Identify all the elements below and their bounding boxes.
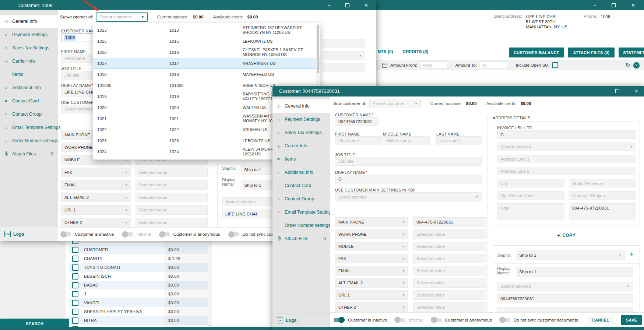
dropdown-row[interactable]: 1018 1018 MAYERFELD US — [93, 69, 320, 80]
phone-type-select[interactable]: WORK PHONE — [335, 229, 408, 239]
row-checkbox[interactable] — [72, 291, 78, 297]
row-checkbox[interactable] — [72, 247, 78, 253]
sidebar-item[interactable]: = Order Number settings — [272, 219, 330, 232]
ship-address-value[interactable]: 00447597220031 — [497, 294, 633, 303]
action-button[interactable]: CUSTOMER BALANCE — [509, 48, 564, 57]
add-ship-to-icon[interactable] — [630, 250, 634, 258]
sidebar-item[interactable]: ○ Payment Settings — [272, 113, 330, 126]
window1-titlebar[interactable]: Customer: 1008 − ✕ — [0, 0, 376, 10]
window1-minimize-icon[interactable]: − — [328, 3, 331, 8]
sidebar-item[interactable]: Attach Files 0 — [272, 232, 330, 245]
table-row[interactable]: TOYS 4 U DONATI $0.00 — [69, 263, 212, 272]
row-checkbox[interactable] — [72, 273, 78, 280]
sidebar-item[interactable]: = Order Number settings — [0, 134, 58, 147]
phone-value-input[interactable]: Selected value — [136, 205, 208, 215]
sidebar-item[interactable]: = Contact Card — [0, 94, 58, 108]
address-field-partial[interactable] — [322, 51, 365, 60]
state-input[interactable]: State / Province — [569, 179, 636, 187]
sub-customer-combo[interactable]: Parent customer — [96, 12, 148, 22]
sidebar-item[interactable]: ◇ General Info — [272, 99, 330, 113]
search-address-input[interactable]: Search address — [497, 143, 636, 151]
sidebar-item[interactable]: = Items — [0, 68, 58, 81]
first-name-input[interactable]: First name — [335, 136, 382, 145]
calendar-icon[interactable] — [382, 63, 387, 68]
phone-value-input[interactable]: Selected value — [413, 254, 486, 263]
table-row[interactable]: SHEARITH HAPLET YESHIVA $0.00 — [69, 307, 212, 316]
phone-value-input[interactable]: Selected value — [136, 218, 208, 227]
refresh-icon[interactable] — [626, 62, 630, 69]
zip-input[interactable]: Zip / Postal Code — [497, 191, 564, 200]
toggle-switch[interactable] — [159, 232, 170, 236]
ship-extra-field[interactable] — [497, 307, 633, 312]
row-checkbox[interactable] — [72, 264, 78, 271]
window2-titlebar[interactable]: Customer: 00447597220031 − ✕ — [272, 86, 644, 96]
row-checkbox[interactable] — [72, 309, 78, 315]
phone-value-input[interactable]: Selected value — [413, 266, 486, 275]
sidebar-item[interactable]: ○ Additional Info — [0, 81, 58, 94]
invoice-name-input[interactable]: G — [497, 130, 636, 139]
cancel-button[interactable]: CANCEL — [588, 316, 613, 324]
job-title-input[interactable]: Job title — [335, 157, 482, 166]
customer-name-input[interactable]: 1008 — [61, 33, 98, 42]
address-field-partial[interactable] — [322, 63, 365, 72]
note-input[interactable]: Note — [497, 203, 564, 220]
customer-name-input[interactable]: 00447597220031 — [335, 117, 379, 126]
phone-value-input[interactable]: Selected value — [136, 193, 208, 202]
toggle-switch[interactable] — [394, 318, 405, 322]
country-input[interactable]: Country / Region — [569, 191, 636, 200]
sidebar-item[interactable]: ◇ General Info — [0, 15, 58, 28]
amount-from-input[interactable]: From — [420, 62, 447, 69]
address-field-partial[interactable] — [322, 39, 365, 48]
clear-filter-icon[interactable] — [633, 62, 640, 69]
table-row[interactable]: CUSTOMER $0.00 — [69, 245, 212, 254]
window1-maximize-icon[interactable] — [345, 3, 349, 7]
table-row[interactable]: NITRA $0.00 — [69, 316, 212, 325]
phone-value-input[interactable]: Selected value — [413, 290, 486, 300]
phone-value-input[interactable]: Selected value — [136, 168, 208, 177]
phone-type-select[interactable]: OTHER 2 — [335, 302, 408, 312]
toggle-switch[interactable] — [334, 318, 345, 322]
last-name-input[interactable]: Last name — [436, 136, 482, 145]
ship-to-select[interactable]: Ship to 1 — [516, 250, 625, 260]
app-minimize-icon[interactable]: − — [594, 3, 597, 8]
table-row[interactable]: BABAD $0.00 — [69, 281, 212, 289]
phone-value-input[interactable]: Selected value — [413, 242, 486, 251]
phone-type-select[interactable]: EMAIL — [61, 180, 131, 190]
dropdown-row[interactable]: 1016 1016 CHESKEL PASKES 1 SASEV CTMONRO… — [93, 47, 320, 58]
sub-customer-combo-disabled[interactable]: Parent customer — [369, 99, 421, 108]
app-maximize-icon[interactable] — [612, 3, 616, 7]
phone-type-select[interactable]: OTHER 2 — [61, 218, 131, 227]
phone-type-select[interactable]: MOBILE — [335, 242, 408, 251]
window2-logs-button[interactable]: LOG Logs — [272, 313, 330, 327]
phone-type-select[interactable]: FAX — [335, 254, 408, 263]
include-open-so-checkbox[interactable] — [552, 62, 558, 68]
window2-close-icon[interactable]: ✕ — [634, 89, 638, 94]
sidebar-item[interactable]: ○ Contact Group — [0, 108, 58, 121]
copy-button[interactable]: COPY — [493, 232, 640, 238]
phone-type-select[interactable]: EMAIL — [335, 266, 408, 275]
ship-search-address-input[interactable]: Search address — [497, 282, 633, 291]
table-row[interactable]: VANDEL $0.00 — [69, 298, 212, 307]
phone-type-select[interactable]: ALT. EMAIL 2 — [61, 193, 131, 202]
phone-value-input[interactable]: Selected value — [413, 229, 486, 239]
sidebar-item[interactable]: ○ Sales Tax Settings — [0, 41, 58, 55]
phone-value-input[interactable]: 004-475-97220031 — [413, 217, 486, 227]
sidebar-item[interactable]: ◇ Carrier Info — [0, 55, 58, 68]
ship-display-name-input[interactable]: Ship to 1 — [516, 267, 633, 277]
action-button[interactable]: ATTACH FILES (0) — [568, 48, 614, 57]
row-checkbox[interactable] — [72, 256, 78, 262]
sidebar-item[interactable]: ○ Email Template Settings — [272, 206, 330, 219]
toggle-switch[interactable] — [60, 232, 71, 236]
row-checkbox[interactable] — [72, 282, 78, 288]
row-checkbox[interactable] — [72, 300, 78, 306]
action-button[interactable]: STATEMENTS — [619, 48, 644, 57]
row-checkbox[interactable] — [72, 241, 78, 244]
sidebar-item[interactable]: Attach Files 0 — [0, 147, 58, 161]
table-row[interactable]: J $0.00 — [69, 289, 212, 298]
row-checkbox[interactable] — [72, 317, 78, 324]
phone-value-input[interactable]: Selected value — [413, 302, 486, 312]
display-name-input[interactable]: G — [335, 175, 482, 183]
dropdown-row[interactable]: 1017 1017 KRASHINSKY US — [93, 58, 320, 69]
window1-close-icon[interactable]: ✕ — [364, 3, 368, 8]
dropdown-row[interactable]: 1015 1015 LEFKOWITZ US — [93, 36, 320, 47]
